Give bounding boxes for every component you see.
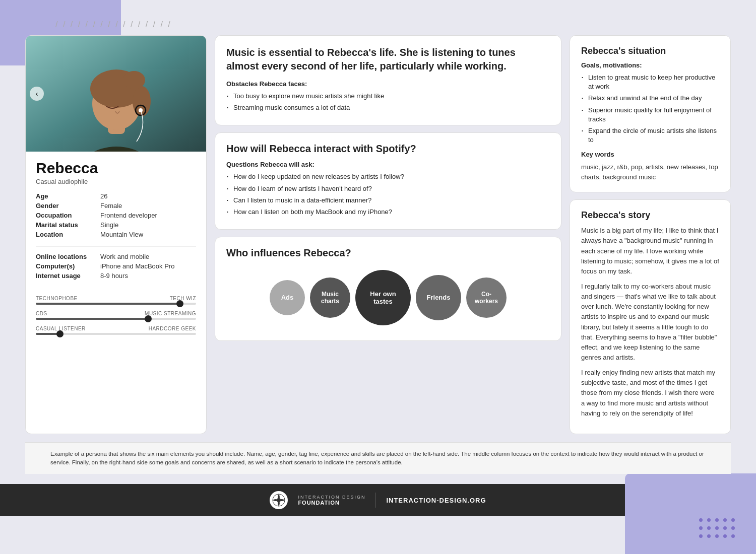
intro-card: Music is essential to Rebecca's life. Sh… (215, 35, 561, 125)
bg-decoration-br (625, 473, 756, 554)
sliders-section: TECHNOPHOBE TECH WIZ CDs MUSIC STREAMING (26, 296, 206, 335)
story-para-3: I really enjoy finding new artists that … (581, 368, 719, 419)
bubble-her-own-tastes: Her owntastes (355, 270, 411, 325)
keywords-heading: Key words (581, 151, 719, 158)
goals-heading: Goals, motivations: (581, 61, 719, 69)
questions-list: How do I keep updated on new releases by… (226, 172, 550, 217)
obstacle-2: Streaming music consumes a lot of data (226, 103, 550, 112)
situation-title: Rebecca's situation (581, 46, 719, 56)
stat-label-computers: Computer(s) (36, 262, 96, 270)
stat-label-gender: Gender (36, 202, 96, 210)
question-2: How do I learn of new artists I haven't … (226, 184, 550, 193)
goal-2: Relax and unwind at the end of the day (581, 94, 719, 103)
stat-label-online: Online locations (36, 253, 96, 260)
slider-tech-left: TECHNOPHOBE (36, 296, 78, 301)
influence-diagram: Ads Musiccharts Her owntastes Friends Co… (226, 265, 550, 330)
slider-music: CDs MUSIC STREAMING (36, 311, 196, 320)
persona-tagline: Casual audiophile (36, 178, 196, 185)
influence-card: Who influences Rebecca? Ads Musiccharts … (215, 237, 561, 341)
interact-card: How will Rebecca interact with Spotify? … (215, 132, 561, 230)
stat-value-marital: Single (100, 221, 196, 229)
stat-value-age: 26 (100, 192, 196, 200)
stat-label-age: Age (36, 192, 96, 200)
story-title: Rebecca's story (581, 210, 719, 221)
goal-3: Superior music quality for full enjoymen… (581, 106, 719, 124)
bubble-friends: Friends (416, 275, 461, 320)
dashes-decoration: / / / / / / / / / / / / / / / / (55, 20, 731, 29)
intro-title: Music is essential to Rebecca's life. Sh… (226, 46, 550, 73)
stat-value-occupation: Frontend developer (100, 212, 196, 219)
stat-value-gender: Female (100, 202, 196, 210)
stat-label-internet: Internet usage (36, 272, 96, 280)
bubble-coworkers: Co-workers (466, 278, 507, 318)
dots-decoration (698, 517, 736, 539)
slider-tech-right: TECH WIZ (170, 296, 196, 301)
goals-list: Listen to great music to keep her produc… (581, 73, 719, 145)
slider-music-track (36, 318, 196, 320)
footer-url: INTERACTION-DESIGN.ORG (386, 497, 486, 504)
slider-music-left: CDs (36, 311, 47, 316)
footer-org-sub: INTERACTION DESIGN (298, 495, 365, 500)
interact-title: How will Rebecca interact with Spotify? (226, 143, 550, 155)
goal-1: Listen to great music to keep her produc… (581, 73, 719, 91)
stat-value-online: Work and mobile (100, 253, 196, 260)
persona-card: ‹ Rebecca Casual audiophile Age 26 Gende… (25, 35, 207, 434)
obstacle-1: Too busy to explore new music artists sh… (226, 92, 550, 101)
persona-extra-stats: Online locations Work and mobile Compute… (36, 246, 196, 280)
questions-heading: Questions Rebecca will ask: (226, 161, 550, 168)
stat-label-location: Location (36, 231, 96, 238)
story-card: Rebecca's story Music is a big part of m… (570, 199, 731, 434)
svg-point-8 (139, 108, 143, 112)
slider-tech: TECHNOPHOBE TECH WIZ (36, 296, 196, 305)
situation-card: Rebecca's situation Goals, motivations: … (570, 35, 731, 192)
persona-name: Rebecca (36, 160, 196, 177)
question-3: Can I listen to music in a data-efficien… (226, 196, 550, 205)
story-para-1: Music is a big part of my life; I like t… (581, 226, 719, 276)
goal-4: Expand the circle of music artists she l… (581, 126, 719, 145)
bubble-music-charts: Musiccharts (310, 278, 350, 318)
caption-text: Example of a persona that shows the six … (50, 451, 704, 465)
keywords-text: music, jazz, r&b, pop, artists, new rele… (581, 162, 719, 182)
slider-music-right: MUSIC STREAMING (145, 311, 196, 316)
middle-column: Music is essential to Rebecca's life. Sh… (215, 35, 561, 434)
question-1: How do I keep updated on new releases by… (226, 172, 550, 181)
story-text: Music is a big part of my life; I like t… (581, 226, 719, 419)
obstacles-heading: Obstacles Rebecca faces: (226, 80, 550, 88)
obstacles-list: Too busy to explore new music artists sh… (226, 92, 550, 112)
influence-title: Who influences Rebecca? (226, 247, 550, 259)
persona-photo: ‹ (26, 36, 206, 152)
story-para-2: I regularly talk to my co-workers about … (581, 282, 719, 363)
stat-value-internet: 8-9 hours (100, 272, 196, 280)
footer-org-name: FOUNDATION (298, 500, 365, 506)
caption-area: Example of a persona that shows the six … (25, 442, 731, 474)
persona-info: Rebecca Casual audiophile Age 26 Gender … (26, 152, 206, 296)
bubble-ads: Ads (270, 280, 305, 315)
stat-label-marital: Marital status (36, 221, 96, 229)
slider-listener: CASUAL LISTENER HARDCORE GEEK (36, 326, 196, 335)
stat-value-location: Mountain View (100, 231, 196, 238)
svg-point-6 (123, 71, 145, 89)
stat-value-computers: iPhone and MacBook Pro (100, 262, 196, 270)
persona-stats: Age 26 Gender Female Occupation Frontend… (36, 192, 196, 238)
stat-label-occupation: Occupation (36, 212, 96, 219)
footer-divider (375, 493, 376, 508)
slider-listener-track (36, 333, 196, 335)
footer-org-info: INTERACTION DESIGN FOUNDATION (298, 495, 365, 506)
footer-logo (270, 491, 288, 509)
photo-nav-left[interactable]: ‹ (30, 87, 44, 101)
right-column: Rebecca's situation Goals, motivations: … (570, 35, 731, 434)
slider-tech-track (36, 303, 196, 305)
slider-listener-right: HARDCORE GEEK (149, 326, 196, 331)
question-4: How can I listen on both my MacBook and … (226, 207, 550, 217)
